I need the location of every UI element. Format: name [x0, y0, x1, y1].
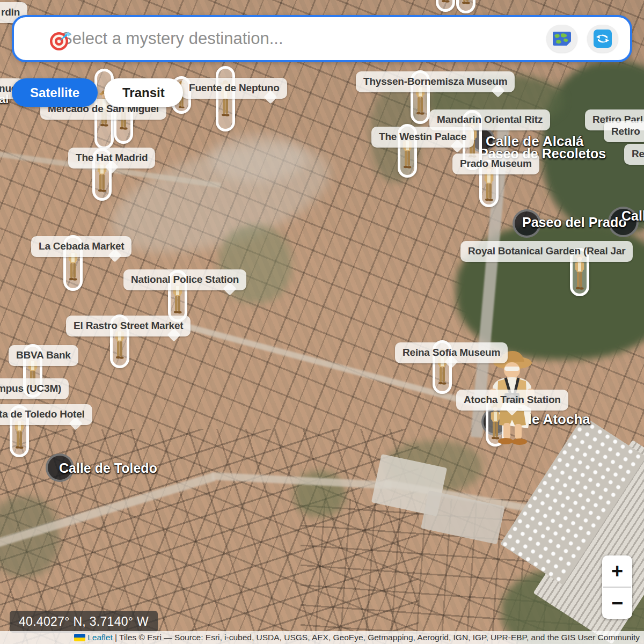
- poi-label-prado-museum[interactable]: Prado Museum: [452, 153, 539, 174]
- zoom-in-button[interactable]: +: [602, 555, 632, 587]
- poi-label-the-westin-palace[interactable]: The Westin Palace: [371, 127, 474, 148]
- shuffle-arrows-icon: [593, 29, 612, 48]
- explorer-pin-icon: [459, 0, 473, 9]
- poi-label-retiro-partial[interactable]: Retiro: [604, 121, 644, 142]
- coordinates-readout: 40.4027° N, 3.7140° W: [10, 611, 158, 633]
- explorer-pin-icon: [438, 0, 452, 8]
- destination-search-bar: [12, 15, 632, 62]
- transit-layer-button[interactable]: Transit: [104, 78, 183, 107]
- poi-label-the-hat-madrid[interactable]: The Hat Madrid: [68, 148, 155, 169]
- poi-label-fuente-de-neptuno[interactable]: Fuente de Neptuno: [181, 78, 287, 99]
- attribution-separator: |: [115, 633, 117, 642]
- poi-label-atocha-train-station[interactable]: Atocha Train Station: [456, 390, 568, 411]
- zoom-out-button[interactable]: −: [602, 588, 632, 619]
- search-input[interactable]: [60, 28, 537, 49]
- zoom-control: + −: [602, 555, 632, 619]
- road-label-calle-de-toledo: Calle de Toledo: [59, 460, 157, 476]
- world-map-button[interactable]: [546, 25, 577, 53]
- poi-label-el-rastro-street-market[interactable]: El Rastro Street Market: [66, 316, 191, 336]
- poi-label-la-cebada-market[interactable]: La Cebada Market: [31, 236, 131, 257]
- poi-label-bbva-bank[interactable]: BBVA Bank: [9, 345, 78, 366]
- poi-label-thyssen-bornemisza-museum[interactable]: Thyssen-Bornemisza Museum: [356, 71, 515, 92]
- map-pin-fuente-de-neptuno[interactable]: [216, 66, 235, 131]
- map-light-wash-plaza: [209, 134, 306, 182]
- leaflet-link[interactable]: Leaflet: [87, 633, 113, 642]
- ukraine-flag-icon: [74, 634, 85, 641]
- poi-label-royal-botanical-garden[interactable]: Royal Botanical Garden (Real Jar: [460, 241, 633, 262]
- poi-label-campus-uc3m-partial[interactable]: mpus (UC3M): [0, 378, 69, 399]
- satellite-layer-button[interactable]: Satellite: [12, 78, 98, 107]
- dartboard-target-icon: [48, 30, 71, 54]
- poi-label-re-partial[interactable]: Re: [624, 144, 644, 165]
- attribution-text: Tiles © Esri — Source: Esri, i-cubed, US…: [119, 633, 640, 642]
- world-map-icon: [552, 31, 572, 46]
- attribution-bar: Leaflet | Tiles © Esri — Source: Esri, i…: [0, 631, 644, 644]
- app-viewport: alCalle de AlcaláPaseo de RecoletosPaseo…: [0, 0, 644, 644]
- poi-label-national-police-station[interactable]: National Police Station: [123, 269, 246, 290]
- poi-label-puerta-de-toledo-hotel-partial[interactable]: ta de Toledo Hotel: [0, 404, 92, 425]
- road-label-call-partial: Call: [621, 208, 644, 224]
- road-label-paseo-del-prado: Paseo del Prado: [522, 215, 627, 230]
- shuffle-destination-button[interactable]: [587, 25, 618, 53]
- poi-label-reina-sofia-museum[interactable]: Reina Sofía Museum: [395, 342, 508, 363]
